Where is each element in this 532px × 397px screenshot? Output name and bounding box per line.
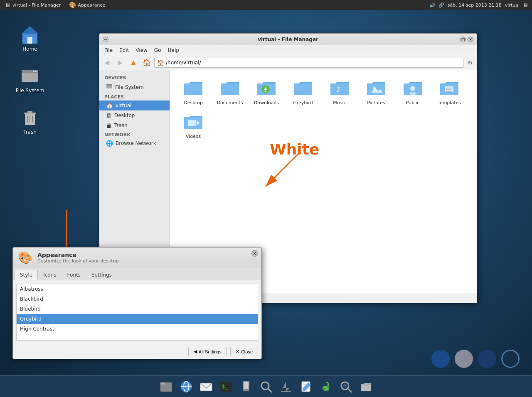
taskbar-app-appearance[interactable]: 🎨 Appearance bbox=[66, 1, 108, 9]
arrow-annotation bbox=[245, 141, 336, 224]
refresh-button[interactable]: ↻ bbox=[465, 58, 475, 68]
all-settings-icon: ◀ bbox=[194, 349, 197, 354]
maximize-button[interactable]: □ bbox=[460, 37, 466, 42]
desktop-folder-label: Desktop bbox=[184, 100, 202, 105]
svg-rect-48 bbox=[281, 391, 291, 392]
file-item-templates[interactable]: Templates bbox=[433, 77, 466, 107]
circle-2 bbox=[455, 350, 473, 368]
style-item-blackbird[interactable]: Blackbird bbox=[17, 294, 258, 304]
file-item-videos[interactable]: Videos bbox=[177, 110, 210, 141]
up-button[interactable]: ▲ bbox=[128, 57, 139, 69]
close-appearance-button[interactable]: ✕ Close bbox=[230, 347, 258, 356]
datetime-label: sáb, 14 sep 2013 21:18 bbox=[448, 2, 502, 8]
menu-edit[interactable]: Edit bbox=[116, 47, 132, 54]
svg-point-54 bbox=[327, 386, 330, 389]
file-item-desktop[interactable]: Desktop bbox=[177, 77, 210, 107]
style-item-albatross[interactable]: Albatross bbox=[17, 284, 258, 294]
taskbar-top: 🖥 virtual - File Manager 🎨 Appearance 🔊 … bbox=[0, 0, 532, 10]
file-item-public[interactable]: Public bbox=[396, 77, 429, 107]
svg-point-43 bbox=[246, 390, 247, 392]
menu-go[interactable]: Go bbox=[151, 47, 165, 54]
svg-point-56 bbox=[343, 384, 347, 388]
dock-downloads[interactable] bbox=[278, 378, 294, 395]
desktop-icon-filesystem[interactable]: File System bbox=[13, 64, 47, 95]
sidebar-item-network[interactable]: 🌐 Browse Network bbox=[99, 138, 170, 148]
tab-style[interactable]: Style bbox=[15, 270, 38, 280]
circle-4 bbox=[501, 350, 520, 368]
style-item-bluebird[interactable]: Bluebird bbox=[17, 304, 258, 314]
dock-browser[interactable] bbox=[178, 378, 195, 395]
virtual-icon: 🏠 bbox=[106, 102, 113, 109]
desktop-icon-trash[interactable]: Trash bbox=[13, 106, 47, 137]
taskbar-app-appearance-label: Appearance bbox=[78, 2, 105, 8]
dock-mail[interactable] bbox=[198, 378, 214, 395]
style-list[interactable]: Albatross Blackbird Bluebird Greybird Hi… bbox=[16, 284, 258, 341]
all-settings-button[interactable]: ◀ All Settings bbox=[188, 347, 227, 356]
home-button[interactable]: 🏠 bbox=[141, 57, 153, 69]
circles-decoration bbox=[431, 350, 520, 368]
sidebar-item-trash[interactable]: 🗑 Trash bbox=[99, 120, 170, 130]
templates-folder-label: Templates bbox=[438, 100, 461, 105]
network-header: NETWORK bbox=[99, 130, 170, 138]
dock-device[interactable] bbox=[238, 378, 254, 395]
file-manager-title: virtual - File Manager bbox=[258, 37, 318, 42]
appearance-logo: 🎨 bbox=[18, 251, 32, 265]
file-item-music[interactable]: ♪ Music bbox=[323, 77, 356, 107]
close-icon: ✕ bbox=[236, 349, 239, 354]
svg-point-6 bbox=[33, 71, 34, 72]
forward-button[interactable]: ▶ bbox=[114, 57, 126, 69]
appearance-close-button[interactable]: ✕ bbox=[251, 250, 258, 257]
style-item-high-contrast[interactable]: High Contrast bbox=[17, 324, 258, 334]
file-item-downloads[interactable]: Downloads bbox=[250, 77, 283, 107]
dock-editor[interactable] bbox=[298, 378, 314, 395]
dock-files2[interactable] bbox=[357, 378, 374, 395]
svg-line-57 bbox=[348, 389, 351, 392]
taskbar-app-file-manager[interactable]: 🖥 virtual - File Manager bbox=[2, 1, 64, 9]
close-button[interactable]: ✕ bbox=[468, 37, 473, 42]
menu-view[interactable]: View bbox=[132, 47, 150, 54]
svg-rect-14 bbox=[106, 84, 112, 86]
minimize-button[interactable]: − bbox=[103, 37, 108, 42]
desktop-icon-home[interactable]: Home bbox=[13, 23, 47, 54]
dock-files[interactable] bbox=[158, 378, 175, 395]
tab-icons[interactable]: Icons bbox=[38, 270, 62, 280]
music-folder-icon: ♪ bbox=[330, 78, 350, 98]
screen-icon[interactable]: 🖥 bbox=[523, 2, 529, 8]
svg-text:$_: $_ bbox=[222, 384, 228, 390]
menu-file[interactable]: File bbox=[101, 47, 116, 54]
appearance-window: 🎨 Appearance Customize the look of your … bbox=[12, 247, 262, 359]
desktop-folder-icon bbox=[183, 78, 203, 98]
address-bar[interactable]: 🏠 /home/virtual/ bbox=[154, 58, 463, 68]
files-grid: Desktop Documents bbox=[177, 77, 470, 141]
style-item-greybird[interactable]: Greybird bbox=[17, 314, 258, 324]
file-item-pictures[interactable]: Pictures bbox=[360, 77, 393, 107]
trash-sidebar-label: Trash bbox=[114, 123, 128, 128]
greybird-folder-label: Greybird bbox=[293, 100, 313, 105]
public-folder-icon bbox=[403, 78, 423, 98]
circle-1 bbox=[431, 350, 450, 368]
tab-settings[interactable]: Settings bbox=[86, 270, 117, 280]
dock-search[interactable] bbox=[258, 378, 274, 395]
file-item-documents[interactable]: Documents bbox=[213, 77, 246, 107]
file-manager-titlebar[interactable]: − virtual - File Manager □ ✕ bbox=[99, 34, 477, 45]
file-item-greybird[interactable]: Greybird bbox=[286, 77, 320, 107]
music-folder-label: Music bbox=[333, 100, 346, 105]
appearance-body: Albatross Blackbird Bluebird Greybird Hi… bbox=[13, 280, 261, 344]
back-button[interactable]: ◀ bbox=[101, 57, 113, 69]
dock-terminal[interactable]: $_ bbox=[218, 378, 234, 395]
sidebar-item-filesystem[interactable]: File System bbox=[99, 81, 170, 93]
sidebar-item-virtual[interactable]: 🏠 virtual bbox=[99, 100, 170, 110]
sidebar-item-desktop[interactable]: 🖥 Desktop bbox=[99, 110, 170, 120]
network-icon[interactable]: 🔗 bbox=[438, 2, 444, 8]
dock-music[interactable] bbox=[318, 378, 334, 395]
svg-rect-8 bbox=[24, 113, 36, 114]
volume-icon[interactable]: 🔊 bbox=[429, 2, 435, 8]
circle-3 bbox=[478, 350, 496, 368]
filesystem-label: File System bbox=[16, 88, 44, 93]
network-sidebar-label: Browse Network bbox=[116, 140, 156, 146]
tab-fonts[interactable]: Fonts bbox=[62, 270, 86, 280]
taskbar-app-file-manager-label: virtual - File Manager bbox=[12, 2, 61, 8]
menu-help[interactable]: Help bbox=[164, 47, 182, 54]
dock-magnifier[interactable] bbox=[337, 378, 354, 395]
close-label: Close bbox=[241, 349, 253, 354]
